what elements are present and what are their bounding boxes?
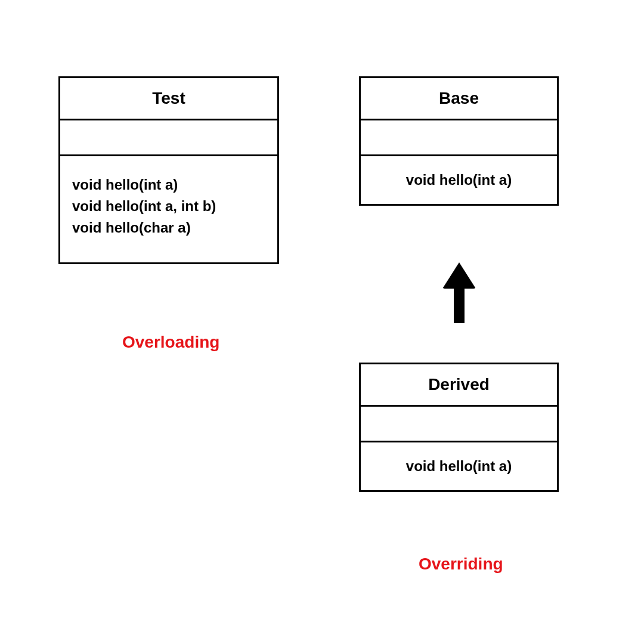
- class-name-test: Test: [60, 78, 277, 120]
- method-line: void hello(int a, int b): [72, 196, 265, 217]
- method-line: void hello(int a): [72, 174, 265, 196]
- attrs-section-derived: [361, 407, 557, 442]
- class-name-base: Base: [361, 78, 557, 120]
- method-line: void hello(char a): [72, 217, 265, 239]
- class-name-derived: Derived: [361, 364, 557, 407]
- methods-section-base: void hello(int a): [361, 156, 557, 204]
- method-line: void hello(int a): [373, 169, 545, 191]
- arrow-head-icon: [442, 262, 476, 289]
- caption-overloading: Overloading: [122, 333, 219, 352]
- inheritance-arrow-icon: [442, 262, 476, 323]
- methods-section-derived: void hello(int a): [361, 442, 557, 490]
- uml-class-derived: Derived void hello(int a): [359, 363, 559, 492]
- methods-section-test: void hello(int a) void hello(int a, int …: [60, 156, 277, 262]
- uml-class-base: Base void hello(int a): [359, 76, 559, 206]
- arrow-shaft-icon: [454, 287, 465, 323]
- uml-class-test: Test void hello(int a) void hello(int a,…: [58, 76, 279, 264]
- attrs-section-base: [361, 120, 557, 156]
- caption-overriding: Overriding: [419, 555, 503, 574]
- attrs-section-test: [60, 120, 277, 156]
- method-line: void hello(int a): [373, 456, 545, 477]
